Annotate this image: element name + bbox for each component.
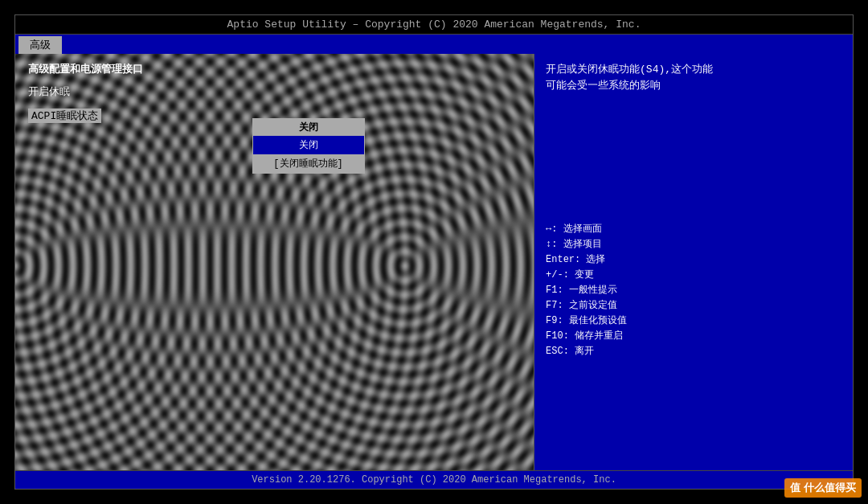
popup-dialog: 关闭 关闭 [关闭睡眠功能] bbox=[252, 118, 365, 174]
key-hint-4: F1: 一般性提示 bbox=[546, 283, 841, 297]
key-hint-3: +/-: 变更 bbox=[546, 268, 841, 281]
tab-bar: 高级 bbox=[15, 35, 853, 54]
menu-item-acpi[interactable]: ACPI睡眠状态 bbox=[28, 109, 101, 123]
bios-main-content: 高级配置和电源管理接口 开启休眠 ACPI睡眠状态 关闭 关闭 [关闭睡眠功能]… bbox=[15, 54, 853, 477]
key-hint-4-key: F1: bbox=[546, 285, 569, 296]
key-hint-8: ESC: 离开 bbox=[546, 344, 841, 358]
tab-advanced[interactable]: 高级 bbox=[18, 36, 62, 54]
key-hint-0: ↔: 选择画面 bbox=[546, 222, 841, 236]
key-hint-6: F9: 最佳化预设值 bbox=[546, 313, 841, 327]
key-hint-3-key: +/-: bbox=[546, 269, 575, 281]
left-panel-content: 高级配置和电源管理接口 开启休眠 ACPI睡眠状态 关闭 关闭 [关闭睡眠功能] bbox=[28, 62, 521, 128]
key-hint-5-key: F7: bbox=[546, 300, 569, 311]
key-hint-0-key: ↔: bbox=[546, 223, 563, 235]
right-panel: 开启或关闭休眠功能(S4),这个功能可能会受一些系统的影响 ↔: 选择画面 ↕:… bbox=[534, 54, 853, 477]
section-title: 高级配置和电源管理接口 bbox=[28, 62, 521, 76]
key-hint-1: ↕: 选择项目 bbox=[546, 237, 841, 251]
help-text-content: 开启或关闭休眠功能(S4),这个功能可能会受一些系统的影响 bbox=[546, 64, 713, 92]
popup-option-1[interactable]: [关闭睡眠功能] bbox=[253, 154, 364, 173]
footer-text: Version 2.20.1276. Copyright (C) 2020 Am… bbox=[252, 474, 616, 486]
key-hint-7-key: F10: bbox=[546, 330, 575, 342]
key-hint-2-key: Enter: bbox=[546, 254, 586, 265]
bios-frame: Aptio Setup Utility – Copyright (C) 2020… bbox=[14, 14, 854, 490]
watermark: 值 什么值得买 bbox=[784, 478, 862, 498]
key-hint-8-key: ESC: bbox=[546, 346, 575, 357]
header-title: Aptio Setup Utility – Copyright (C) 2020… bbox=[227, 18, 641, 31]
bios-footer: Version 2.20.1276. Copyright (C) 2020 Am… bbox=[15, 470, 853, 489]
key-hint-6-key: F9: bbox=[546, 315, 569, 326]
bios-header: Aptio Setup Utility – Copyright (C) 2020… bbox=[15, 15, 853, 35]
help-text: 开启或关闭休眠功能(S4),这个功能可能会受一些系统的影响 bbox=[546, 62, 841, 93]
popup-title: 关闭 bbox=[253, 119, 364, 136]
popup-option-0[interactable]: 关闭 bbox=[253, 136, 364, 154]
key-hints-container: ↔: 选择画面 ↕: 选择项目 Enter: 选择 +/-: 变更 F1: 一般… bbox=[546, 222, 841, 358]
key-hint-5: F7: 之前设定值 bbox=[546, 298, 841, 312]
left-panel: 高级配置和电源管理接口 开启休眠 ACPI睡眠状态 关闭 关闭 [关闭睡眠功能] bbox=[15, 54, 534, 477]
key-hint-2: Enter: 选择 bbox=[546, 252, 841, 266]
key-hint-1-key: ↕: bbox=[546, 239, 563, 250]
menu-item-hibernate[interactable]: 开启休眠 bbox=[28, 84, 521, 99]
key-hint-7: F10: 储存并重启 bbox=[546, 329, 841, 342]
